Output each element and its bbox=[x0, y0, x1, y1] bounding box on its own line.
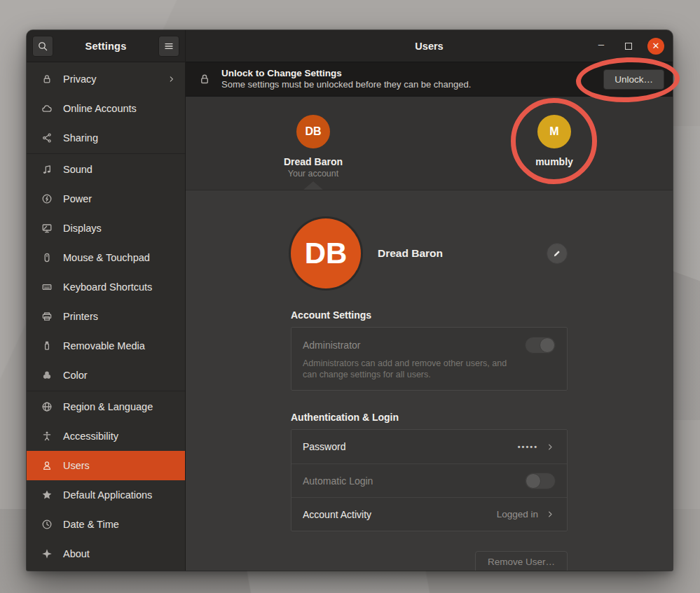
sidebar-item-default-applications[interactable]: Default Applications bbox=[27, 480, 185, 510]
avatar: M bbox=[537, 115, 571, 148]
row-label: Automatic Login bbox=[303, 475, 373, 487]
sidebar-item-accessibility[interactable]: Accessibility bbox=[27, 421, 185, 451]
sidebar-item-about[interactable]: About bbox=[27, 539, 185, 568]
profile-row: DB Dread Baron bbox=[291, 218, 568, 288]
sidebar-item-label: Sharing bbox=[63, 132, 98, 144]
sidebar-item-label: Sound bbox=[63, 164, 92, 175]
user-panel: DB Dread Baron Account Settings Administ… bbox=[186, 190, 673, 571]
maximize-button[interactable] bbox=[620, 38, 637, 55]
sidebar-item-label: Keyboard Shortcuts bbox=[63, 281, 152, 293]
account-settings-box: Administrator Administrators can add and… bbox=[291, 327, 568, 391]
sidebar-item-displays[interactable]: Displays bbox=[27, 214, 185, 243]
sidebar-item-keyboard-shortcuts[interactable]: Keyboard Shortcuts bbox=[27, 272, 185, 302]
sidebar-item-color[interactable]: Color bbox=[27, 361, 185, 390]
profile-avatar: DB bbox=[291, 218, 361, 288]
accessibility-person-icon bbox=[41, 431, 53, 442]
row-label: Account Activity bbox=[303, 509, 371, 520]
sidebar-item-label: About bbox=[63, 548, 90, 559]
auth-login-heading: Authentication & Login bbox=[291, 412, 568, 423]
avatar: DB bbox=[296, 115, 330, 148]
sidebar-item-sound[interactable]: Sound bbox=[27, 155, 185, 184]
sidebar-item-mouse-touchpad[interactable]: Mouse & Touchpad bbox=[27, 243, 185, 272]
toggle-knob bbox=[526, 473, 541, 489]
remove-user-button[interactable]: Remove User… bbox=[475, 551, 568, 571]
unlock-banner-subtitle: Some settings must be unlocked before th… bbox=[221, 79, 471, 90]
menu-button[interactable] bbox=[158, 36, 179, 57]
avatar-initials: M bbox=[549, 125, 558, 138]
automatic-login-toggle[interactable] bbox=[525, 473, 556, 489]
sidebar-item-label: Accessibility bbox=[63, 431, 118, 442]
chevron-right-icon bbox=[545, 509, 556, 519]
maximize-icon bbox=[625, 43, 632, 50]
display-icon bbox=[41, 223, 53, 234]
administrator-label: Administrator bbox=[303, 340, 360, 351]
avatar-initials: DB bbox=[305, 125, 321, 138]
titlebar[interactable]: Users – ✕ bbox=[186, 30, 673, 62]
chevron-right-icon bbox=[545, 442, 556, 452]
sidebar-item-label: Date & Time bbox=[63, 519, 119, 530]
pencil-icon bbox=[552, 249, 562, 258]
user-name: Dread Baron bbox=[257, 156, 369, 167]
user-subtitle: Your account bbox=[257, 169, 369, 179]
sidebar-item-date-time[interactable]: Date & Time bbox=[27, 510, 185, 539]
unlock-banner-title: Unlock to Change Settings bbox=[221, 68, 471, 79]
share-icon bbox=[41, 132, 53, 144]
main-area: Users – ✕ Unlock to Change Settings Some… bbox=[186, 30, 673, 571]
cloud-icon bbox=[41, 103, 53, 114]
sidebar-header: Settings bbox=[27, 30, 185, 62]
sidebar-item-online-accounts[interactable]: Online Accounts bbox=[27, 94, 185, 123]
sidebar-item-label: Power bbox=[63, 193, 92, 204]
printer-icon bbox=[41, 311, 53, 322]
color-circles-icon bbox=[41, 370, 53, 381]
edit-name-button[interactable] bbox=[547, 243, 568, 264]
window-controls: – ✕ bbox=[593, 38, 673, 55]
administrator-toggle[interactable] bbox=[525, 337, 556, 354]
lock-icon bbox=[198, 73, 211, 85]
account-activity-row[interactable]: Account ActivityLogged in bbox=[291, 497, 567, 531]
music-note-icon bbox=[41, 164, 53, 175]
sidebar-separator bbox=[27, 391, 185, 391]
sidebar-item-label: Mouse & Touchpad bbox=[63, 252, 150, 263]
user-carousel: DBDread BaronYour accountMmumbly bbox=[186, 97, 673, 190]
chevron-right-icon bbox=[167, 74, 177, 84]
close-button[interactable]: ✕ bbox=[647, 38, 664, 55]
power-icon bbox=[41, 193, 53, 204]
users-icon bbox=[41, 460, 53, 471]
row-value: ••••• bbox=[518, 442, 538, 451]
user-item-dread-baron[interactable]: DBDread BaronYour account bbox=[257, 115, 369, 179]
sidebar-item-privacy[interactable]: Privacy bbox=[27, 64, 185, 94]
sidebar-item-users[interactable]: Users bbox=[27, 451, 185, 480]
usb-drive-icon bbox=[41, 340, 53, 351]
sidebar-item-removable-media[interactable]: Removable Media bbox=[27, 331, 185, 361]
star-icon bbox=[41, 489, 53, 501]
user-name: mumbly bbox=[498, 156, 610, 167]
toggle-knob bbox=[540, 337, 555, 353]
sidebar-item-label: Color bbox=[63, 370, 88, 381]
sidebar-item-region-language[interactable]: Region & Language bbox=[27, 392, 185, 421]
account-settings-heading: Account Settings bbox=[291, 309, 568, 321]
app-title: Settings bbox=[85, 41, 127, 52]
minimize-button[interactable]: – bbox=[593, 38, 610, 55]
keyboard-icon bbox=[41, 281, 53, 293]
sidebar-item-label: Removable Media bbox=[63, 340, 145, 351]
sparkle-icon bbox=[41, 548, 53, 559]
sidebar-item-label: Default Applications bbox=[63, 489, 152, 501]
sidebar: Settings PrivacyOnline AccountsSharingSo… bbox=[27, 30, 186, 571]
sidebar-item-printers[interactable]: Printers bbox=[27, 302, 185, 331]
mouse-icon bbox=[41, 252, 53, 263]
unlock-banner: Unlock to Change Settings Some settings … bbox=[186, 62, 673, 97]
sidebar-item-label: Online Accounts bbox=[63, 103, 137, 114]
unlock-banner-text: Unlock to Change Settings Some settings … bbox=[221, 68, 471, 90]
settings-window: Settings PrivacyOnline AccountsSharingSo… bbox=[27, 30, 673, 571]
search-button[interactable] bbox=[32, 36, 53, 57]
user-item-mumbly[interactable]: Mmumbly bbox=[498, 115, 610, 167]
sidebar-item-label: Region & Language bbox=[63, 401, 153, 412]
administrator-description: Administrators can add and remove other … bbox=[303, 358, 520, 380]
row-value: Logged in bbox=[497, 509, 538, 519]
sidebar-item-sharing[interactable]: Sharing bbox=[27, 123, 185, 153]
unlock-button[interactable]: Unlock… bbox=[603, 69, 664, 90]
sidebar-item-power[interactable]: Power bbox=[27, 184, 185, 214]
sidebar-item-label: Privacy bbox=[63, 74, 97, 85]
selected-user-caret bbox=[303, 181, 323, 190]
password-row[interactable]: Password••••• bbox=[291, 430, 567, 463]
